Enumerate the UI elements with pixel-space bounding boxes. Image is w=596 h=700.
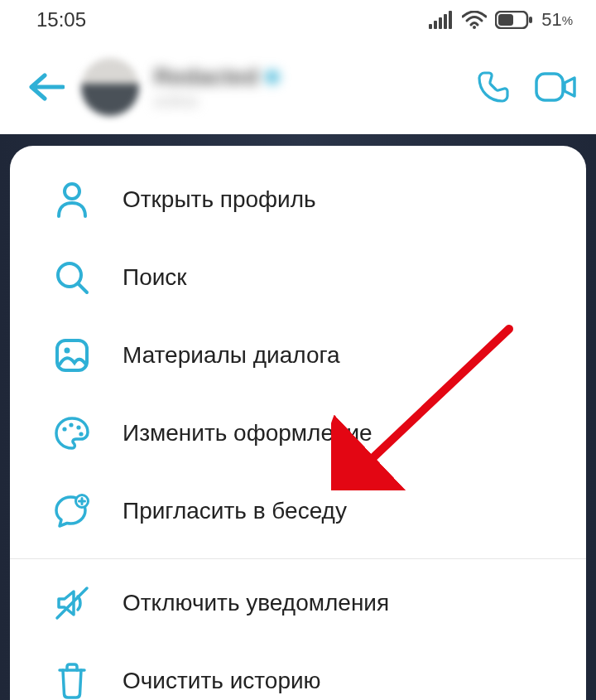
menu-item-open-profile[interactable]: Открыть профиль bbox=[10, 161, 586, 239]
mute-icon bbox=[53, 584, 91, 622]
svg-rect-1 bbox=[434, 21, 437, 29]
menu-item-change-theme[interactable]: Изменить оформление bbox=[10, 394, 586, 472]
menu-item-invite-chat[interactable]: Пригласить в беседу bbox=[10, 472, 586, 550]
menu-item-mute[interactable]: Отключить уведомления bbox=[10, 564, 586, 642]
menu-item-clear-history[interactable]: Очистить историю bbox=[10, 642, 586, 700]
menu-item-label: Поиск bbox=[123, 264, 187, 291]
status-bar: 15:05 51% bbox=[0, 0, 596, 40]
status-icons: 51% bbox=[429, 9, 573, 31]
svg-point-15 bbox=[69, 422, 73, 427]
svg-rect-2 bbox=[439, 17, 442, 29]
menu-item-label: Отключить уведомления bbox=[123, 590, 389, 616]
svg-rect-8 bbox=[529, 17, 532, 23]
status-time: 15:05 bbox=[36, 8, 86, 31]
menu-item-label: Изменить оформление bbox=[123, 420, 372, 447]
back-button[interactable] bbox=[25, 65, 68, 109]
menu-item-label: Пригласить в беседу bbox=[123, 498, 347, 524]
menu-item-attachments[interactable]: Материалы диалога bbox=[10, 316, 586, 394]
battery-percent: 51% bbox=[541, 9, 573, 31]
verified-icon bbox=[264, 69, 281, 85]
voice-call-button[interactable] bbox=[475, 69, 512, 105]
arrow-left-icon bbox=[28, 72, 65, 102]
invite-icon bbox=[53, 492, 91, 530]
menu-divider bbox=[10, 558, 586, 559]
svg-point-5 bbox=[473, 26, 476, 29]
svg-point-14 bbox=[62, 427, 66, 431]
svg-point-10 bbox=[65, 184, 79, 199]
battery-icon bbox=[495, 11, 533, 29]
menu-item-search[interactable]: Поиск bbox=[10, 239, 586, 316]
signal-icon bbox=[429, 11, 454, 29]
contact-name-block[interactable]: Redacted online bbox=[154, 64, 475, 111]
person-icon bbox=[53, 181, 91, 219]
video-icon bbox=[535, 70, 578, 104]
wifi-icon bbox=[462, 11, 487, 29]
video-call-button[interactable] bbox=[535, 70, 578, 104]
svg-point-13 bbox=[65, 348, 70, 354]
svg-point-17 bbox=[79, 432, 83, 436]
svg-rect-12 bbox=[57, 340, 87, 370]
svg-point-16 bbox=[76, 425, 80, 429]
trash-icon bbox=[53, 662, 91, 700]
svg-rect-3 bbox=[444, 14, 447, 29]
avatar[interactable] bbox=[81, 58, 139, 116]
svg-rect-0 bbox=[429, 24, 432, 29]
chat-header: Redacted online bbox=[0, 40, 596, 134]
svg-rect-4 bbox=[449, 11, 452, 29]
menu-sheet: Открыть профиль Поиск Материалы диалога … bbox=[10, 146, 586, 700]
palette-icon bbox=[53, 414, 91, 452]
phone-icon bbox=[475, 69, 512, 105]
menu-backdrop: Открыть профиль Поиск Материалы диалога … bbox=[0, 134, 596, 700]
contact-name: Redacted bbox=[154, 64, 258, 90]
svg-rect-7 bbox=[498, 14, 513, 26]
svg-rect-9 bbox=[536, 74, 563, 100]
image-icon bbox=[53, 336, 91, 374]
menu-item-label: Очистить историю bbox=[123, 668, 321, 694]
menu-item-label: Открыть профиль bbox=[123, 186, 316, 213]
contact-status: online bbox=[154, 92, 475, 111]
search-icon bbox=[53, 258, 91, 297]
menu-item-label: Материалы диалога bbox=[123, 342, 340, 369]
